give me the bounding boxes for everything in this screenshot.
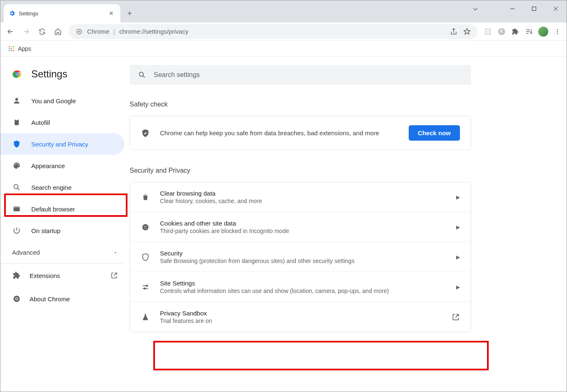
svg-point-37	[142, 224, 149, 230]
chevron-right-icon: ▶	[456, 194, 460, 200]
row-privacy-sandbox[interactable]: Privacy Sandbox Trial features are on	[130, 302, 471, 332]
sidebar-item-you-and-google[interactable]: You and Google	[0, 90, 125, 112]
search-icon	[138, 71, 146, 79]
row-security[interactable]: Security Safe Browsing (protection from …	[130, 242, 471, 272]
shield-icon	[12, 140, 21, 148]
safety-check-card: Chrome can help keep you safe from data …	[130, 116, 471, 150]
new-tab-button[interactable]	[123, 7, 136, 20]
close-window-button[interactable]	[545, 0, 567, 17]
svg-point-14	[11, 48, 12, 49]
reload-button[interactable]	[35, 25, 49, 38]
bookmark-star-icon[interactable]	[463, 28, 471, 35]
row-subtitle: Safe Browsing (protection from dangerous…	[160, 258, 446, 264]
minimize-button[interactable]	[502, 0, 523, 17]
sidebar-item-label: On startup	[31, 227, 60, 234]
tab-search-icon[interactable]	[472, 5, 479, 13]
svg-rect-25	[16, 119, 18, 120]
puzzle-icon	[12, 271, 21, 280]
svg-text:K: K	[500, 29, 503, 34]
shield-outline-icon	[141, 253, 150, 261]
cookie-icon	[141, 223, 150, 231]
close-tab-icon[interactable]: ✕	[107, 8, 115, 18]
svg-point-10	[9, 46, 10, 47]
svg-point-26	[15, 164, 15, 165]
sidebar-item-about[interactable]: About Chrome	[0, 287, 130, 310]
svg-point-9	[557, 33, 558, 34]
browser-tab[interactable]: Settings ✕	[4, 4, 120, 22]
chevron-right-icon: ▶	[456, 284, 460, 290]
sidebar-item-extensions[interactable]: Extensions	[0, 264, 130, 287]
extensions-puzzle-icon[interactable]	[512, 28, 519, 35]
svg-point-17	[11, 50, 12, 51]
sidebar-item-security-privacy[interactable]: Security and Privacy	[0, 133, 125, 155]
chevron-right-icon: ▶	[456, 254, 460, 260]
browser-tabstrip: Settings ✕	[0, 0, 567, 22]
svg-point-8	[557, 31, 558, 32]
svg-point-42	[146, 285, 147, 286]
svg-point-36	[139, 72, 143, 76]
palette-icon	[12, 161, 21, 170]
row-cookies[interactable]: Cookies and other site data Third-party …	[130, 212, 471, 242]
sidebar-item-search-engine[interactable]: Search engine	[0, 176, 125, 198]
svg-point-22	[17, 73, 18, 75]
row-clear-browsing-data[interactable]: Clear browsing data Clear history, cooki…	[130, 182, 471, 212]
chevron-down-icon	[113, 250, 118, 255]
svg-point-30	[14, 184, 18, 189]
forward-button[interactable]	[20, 25, 33, 38]
row-title: Site Settings	[160, 280, 446, 287]
sidebar-item-label: Search engine	[31, 184, 72, 191]
clipboard-icon	[12, 118, 21, 127]
sidebar-item-label: Extensions	[30, 272, 60, 279]
person-icon	[12, 97, 21, 105]
window-controls	[502, 0, 567, 17]
open-external-icon	[110, 272, 118, 279]
site-info-icon[interactable]	[75, 28, 83, 35]
flask-icon	[141, 313, 150, 321]
pocket-icon[interactable]	[484, 28, 492, 35]
sidebar-item-autofill[interactable]: Autofill	[0, 112, 125, 133]
tab-title: Settings	[19, 10, 38, 17]
svg-point-40	[145, 228, 145, 228]
svg-point-27	[15, 163, 16, 164]
svg-point-28	[17, 164, 18, 164]
svg-point-15	[12, 48, 14, 49]
bookmarks-bar: Apps	[0, 41, 567, 57]
sidebar-item-appearance[interactable]: Appearance	[0, 155, 125, 176]
row-title: Security	[160, 250, 446, 257]
svg-rect-24	[15, 119, 19, 125]
svg-point-16	[9, 50, 10, 51]
power-icon	[12, 226, 21, 235]
settings-sidebar: Settings You and Google Autofill Securit…	[0, 57, 130, 392]
apps-label: Apps	[18, 45, 31, 52]
row-subtitle: Third-party cookies are blocked in Incog…	[160, 228, 446, 234]
sidebar-item-default-browser[interactable]: Default browser	[0, 198, 125, 220]
sidebar-item-label: Autofill	[31, 119, 50, 126]
address-bar[interactable]: Chrome | chrome://settings/privacy	[69, 24, 477, 39]
sidebar-advanced-toggle[interactable]: Advanced	[0, 241, 130, 263]
url-path: chrome://settings/privacy	[119, 28, 188, 35]
svg-point-38	[144, 226, 145, 227]
apps-shortcut[interactable]: Apps	[8, 45, 31, 52]
search-settings-input[interactable]: Search settings	[130, 65, 471, 85]
svg-point-29	[18, 165, 19, 166]
reading-list-icon[interactable]	[525, 28, 532, 35]
settings-header: Settings	[0, 65, 130, 90]
share-icon[interactable]	[450, 28, 457, 35]
row-subtitle: Clear history, cookies, cache, and more	[160, 198, 446, 204]
svg-point-3	[78, 30, 80, 32]
maximize-button[interactable]	[523, 0, 545, 17]
sliders-icon	[141, 283, 150, 291]
check-now-button[interactable]: Check now	[409, 125, 460, 141]
home-button[interactable]	[51, 25, 65, 38]
extension-k-icon[interactable]: K	[497, 27, 506, 36]
menu-dots-icon[interactable]	[554, 28, 561, 35]
search-icon	[12, 183, 21, 191]
sidebar-item-on-startup[interactable]: On startup	[0, 220, 125, 241]
row-subtitle: Controls what information sites can use …	[160, 288, 446, 294]
profile-avatar[interactable]	[538, 27, 548, 37]
svg-point-12	[12, 46, 14, 47]
svg-point-39	[146, 226, 147, 226]
row-site-settings[interactable]: Site Settings Controls what information …	[130, 272, 471, 302]
back-button[interactable]	[4, 25, 17, 38]
row-title: Clear browsing data	[160, 190, 446, 197]
